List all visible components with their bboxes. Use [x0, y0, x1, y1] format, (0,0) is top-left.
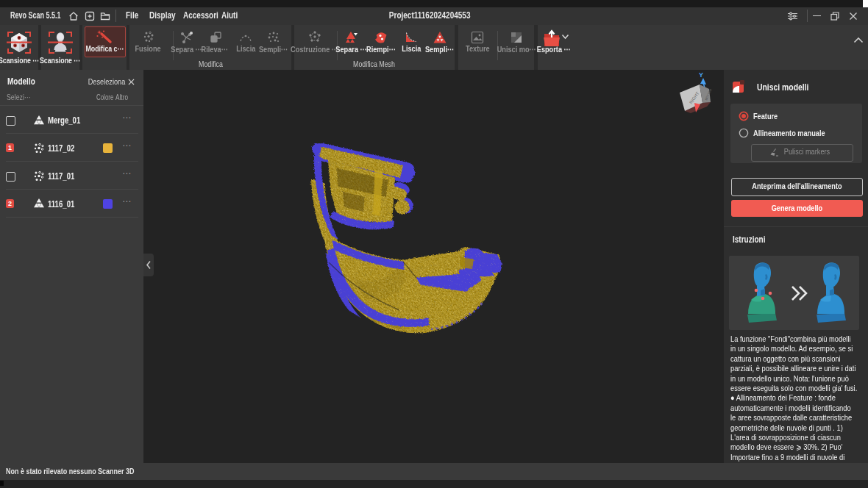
svg-text:Y: Y — [699, 71, 703, 79]
